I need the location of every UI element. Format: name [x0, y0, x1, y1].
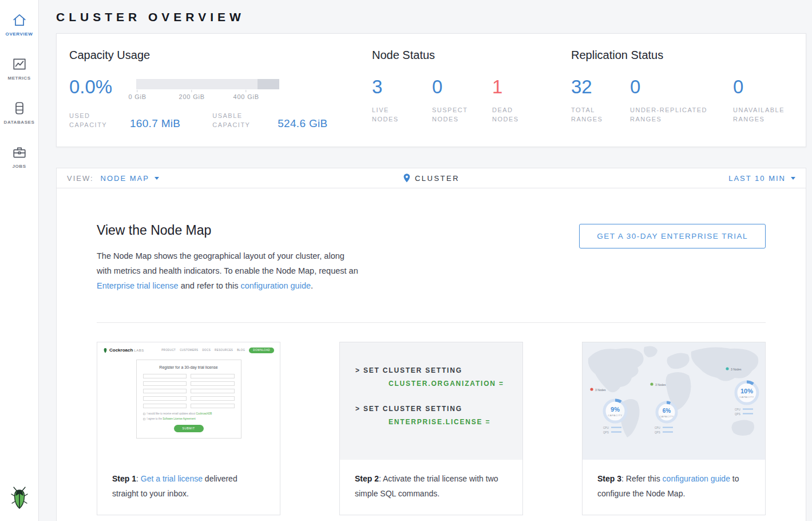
- brand-text: Cockroach: [109, 348, 133, 353]
- sidebar-item-label: METRICS: [7, 76, 30, 81]
- sql-command-line: > SET CLUSTER SETTING: [355, 366, 522, 374]
- suspect-nodes-stat: 0 SUSPECT NODES: [432, 77, 492, 124]
- enterprise-trial-license-link[interactable]: Enterprise trial license: [97, 281, 179, 290]
- time-range-value: LAST 10 MIN: [728, 174, 786, 183]
- capacity-tick-400: 400 GiB: [233, 93, 259, 100]
- section-divider: [97, 322, 766, 323]
- capacity-tick-200: 200 GiB: [179, 93, 205, 100]
- chevron-down-icon: [155, 177, 159, 180]
- time-range-dropdown[interactable]: LAST 10 MIN: [728, 174, 795, 183]
- node-status-title: Node Status: [372, 49, 571, 62]
- nav-item: RESOURCES: [215, 349, 233, 352]
- total-ranges-stat: 32 TOTAL RANGES: [571, 77, 630, 124]
- mock-submit-button: SUBMIT: [174, 425, 204, 432]
- step-label: Step 1: [112, 474, 136, 483]
- step-2-card: > SET CLUSTER SETTING CLUSTER.ORGANIZATI…: [339, 342, 523, 515]
- step-2-caption: Step 2: Activate the trial license with …: [340, 460, 522, 515]
- under-replicated-ranges-label: UNDER-REPLICATED RANGES: [630, 105, 717, 124]
- unavailable-ranges-label: UNAVAILABLE RANGES: [733, 105, 790, 124]
- dead-nodes-label: DEAD NODES: [492, 105, 525, 124]
- qps-label: QPS: [735, 413, 740, 416]
- nav-item: DOCS: [202, 349, 211, 352]
- database-icon: [12, 101, 27, 116]
- cluster-capacity-label: CAPACITY: [608, 414, 623, 417]
- usable-capacity-value: 524.6 GiB: [278, 118, 327, 129]
- sidebar-item-jobs[interactable]: JOBS: [0, 139, 38, 175]
- brand-suffix: LABS: [134, 349, 144, 352]
- step-2-code-block: > SET CLUSTER SETTING CLUSTER.ORGANIZATI…: [340, 342, 522, 460]
- step-label: Step 3: [597, 474, 621, 483]
- nav-item: PRODUCT: [161, 349, 176, 352]
- sidebar-item-databases[interactable]: DATABASES: [0, 95, 38, 131]
- dead-nodes-stat: 1 DEAD NODES: [492, 77, 552, 124]
- nav-item: CUSTOMERS: [180, 349, 198, 352]
- sidebar: OVERVIEW METRICS DATABASES JOBS: [0, 0, 39, 521]
- cluster-label: CLUSTER: [415, 174, 460, 183]
- mock-checkbox-link: Software License Agreement: [163, 417, 196, 420]
- used-capacity-value: 160.7 MiB: [130, 118, 180, 129]
- description-text: The Node Map shows the geographical layo…: [97, 251, 358, 275]
- mock-register-form: Register for a 30-day trial license I: [136, 360, 241, 439]
- live-nodes-label: LIVE NODES: [372, 105, 405, 124]
- step-3-card: 3 Nodes 9% CAPACITY CPU QPS 3 Nodes: [582, 342, 766, 515]
- cluster-capacity-percent: 10%: [740, 388, 753, 394]
- sidebar-item-label: JOBS: [12, 164, 26, 169]
- qps-label: QPS: [603, 431, 609, 434]
- unavailable-ranges-stat: 0 UNAVAILABLE RANGES: [733, 77, 807, 124]
- cluster-capacity-percent: 9%: [611, 406, 620, 413]
- capacity-tick-0: 0 GiB: [128, 93, 146, 100]
- caption-text: : Refer this: [621, 474, 663, 483]
- sidebar-item-overview[interactable]: OVERVIEW: [0, 7, 38, 42]
- replication-status-section: Replication Status 32 TOTAL RANGES 0 UND…: [571, 49, 807, 129]
- view-label: VIEW:: [67, 174, 94, 183]
- get-trial-license-link[interactable]: Get a trial license: [141, 474, 203, 483]
- step-label: Step 2: [355, 474, 379, 483]
- live-nodes-stat: 3 LIVE NODES: [372, 77, 432, 124]
- cluster-breadcrumb: CLUSTER: [403, 173, 460, 183]
- total-ranges-value: 32: [571, 77, 630, 96]
- node-map-title: View the Node Map: [97, 223, 361, 238]
- cluster-summary-card: Capacity Usage 0.0% 0 GiB 200 GiB 400 Gi…: [56, 33, 806, 147]
- sql-setting-line: CLUSTER.ORGANIZATION =: [389, 380, 522, 388]
- mock-download-button: DOWNLOAD: [249, 348, 274, 353]
- suspect-nodes-value: 0: [432, 77, 492, 96]
- unavailable-ranges-value: 0: [733, 77, 807, 96]
- mock-site-nav: PRODUCT CUSTOMERS DOCS RESOURCES BLOG DO…: [157, 348, 274, 353]
- roach-icon: [103, 348, 108, 353]
- cluster-node-count: 3 Nodes: [595, 388, 606, 391]
- replication-status-title: Replication Status: [571, 49, 807, 62]
- cockroach-labs-logo: Cockroach LABS: [103, 348, 144, 353]
- metrics-icon: [12, 57, 27, 72]
- node-map-description: The Node Map shows the geographical layo…: [97, 248, 361, 293]
- view-selector-dropdown[interactable]: VIEW: NODE MAP: [67, 174, 159, 183]
- briefcase-icon: [12, 145, 27, 160]
- cockroachdb-logo-icon: [10, 486, 29, 511]
- usable-capacity-label: USABLE CAPACITY: [212, 111, 260, 129]
- mock-form-title: Register for a 30-day trial license: [143, 365, 235, 369]
- view-toolbar: VIEW: NODE MAP CLUSTER LAST 10 MIN: [56, 168, 806, 188]
- home-icon: [12, 13, 27, 27]
- caption-text: :: [136, 474, 141, 483]
- capacity-usage-title: Capacity Usage: [69, 49, 372, 62]
- capacity-bar: 0 GiB 200 GiB 400 GiB: [136, 77, 279, 102]
- sidebar-item-metrics[interactable]: METRICS: [0, 51, 38, 86]
- main-content: CLUSTER OVERVIEW Capacity Usage 0.0% 0 G…: [39, 0, 812, 521]
- cluster-capacity-percent: 6%: [663, 408, 671, 414]
- view-selected-value: NODE MAP: [101, 174, 149, 183]
- step-1-screenshot: Cockroach LABS PRODUCT CUSTOMERS DOCS RE…: [97, 342, 280, 460]
- description-text: and refer to this: [179, 281, 241, 290]
- cpu-label: CPU: [655, 427, 660, 429]
- mock-checkbox-link: CockroachDB: [196, 412, 212, 415]
- node-map-intro: View the Node Map The Node Map shows the…: [97, 215, 361, 302]
- enterprise-trial-button[interactable]: GET A 30-DAY ENTERPRISE TRIAL: [579, 224, 766, 248]
- mock-checkbox-text: I would like to receive email updates ab…: [147, 412, 196, 415]
- configuration-guide-link[interactable]: configuration guide: [663, 474, 730, 483]
- node-map-card: View the Node Map The Node Map shows the…: [56, 188, 806, 521]
- cluster-capacity-label: CAPACITY: [739, 396, 754, 398]
- suspect-nodes-label: SUSPECT NODES: [432, 105, 472, 124]
- mock-checkbox-text: I agree to the: [147, 417, 163, 420]
- configuration-guide-link[interactable]: configuration guide: [240, 281, 311, 290]
- capacity-usage-section: Capacity Usage 0.0% 0 GiB 200 GiB 400 Gi…: [69, 49, 372, 129]
- dead-nodes-value: 1: [492, 77, 552, 96]
- cluster-node-count: 3 Nodes: [655, 382, 666, 386]
